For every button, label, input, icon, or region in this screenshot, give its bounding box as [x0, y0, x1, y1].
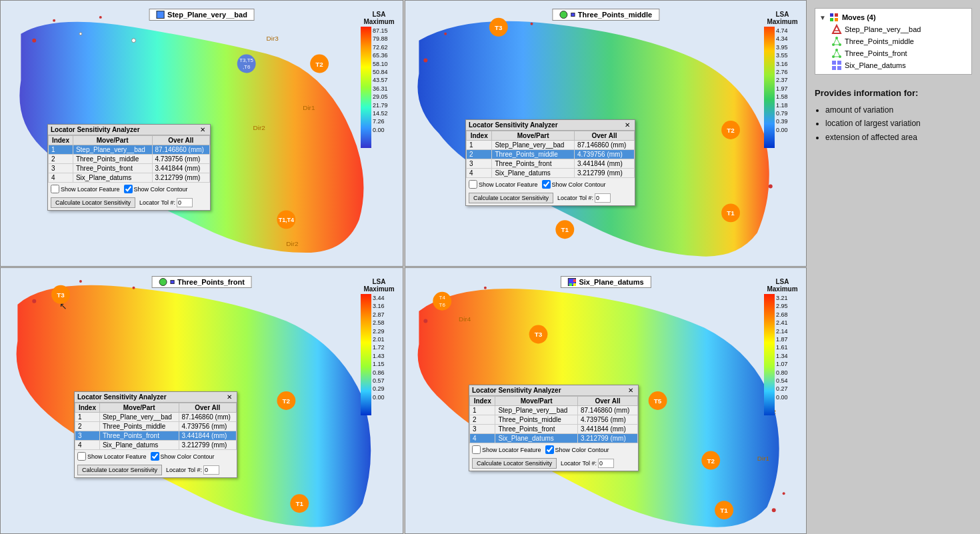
lsa-row-4-3: 3Three_Points_front3.441844 (mm) [470, 425, 638, 434]
svg-rect-78 [832, 61, 836, 65]
svg-point-29 [769, 185, 773, 189]
svg-rect-61 [573, 279, 575, 282]
tree-item-label-3front: Three_Points_front [845, 49, 907, 57]
lsa-row-2-4: 4Six_Plane_datums3.212799 (mm) [467, 169, 635, 178]
svg-point-40 [133, 287, 135, 289]
lsa-calc-btn-2[interactable]: Calculate Locator Sensitivity [469, 193, 553, 203]
lsa-row-2-3: 3Three_Points_front3.441844 (mm) [467, 159, 635, 169]
lsa-show-locator-cb-2[interactable] [469, 180, 477, 189]
lsa-controls2-3: Calculate Locator Sensitivity Locator To… [75, 463, 237, 477]
svg-point-13 [53, 19, 55, 22]
lsa-titlebar-1: Locator Sensitivity Analyzer ✕ [48, 125, 210, 135]
move-label-icon-1 [156, 11, 164, 19]
svg-text:T5: T5 [654, 397, 662, 405]
svg-text:T1: T1 [720, 507, 728, 514]
moves-icon [829, 12, 839, 23]
tree-container: ▼ Moves (4) Step_Plane_very__bad [815, 8, 972, 75]
lsa-row-1-4: 4Six_Plane_datums3.212799 (mm) [49, 173, 210, 183]
color-bar-1 [361, 27, 371, 148]
lsa-show-locator-label-1[interactable]: Show Locator Feature [51, 185, 120, 193]
lsa-h-move-2: Move/Part [492, 131, 575, 141]
svg-text:T3,T5: T3,T5 [239, 57, 253, 63]
tree-item-label-step: Step_Plane_very__bad [845, 25, 921, 33]
tree-item-three-middle[interactable]: Three_Points_middle [818, 35, 969, 47]
lsa-calc-btn-1[interactable]: Calculate Locator Sensitivity [51, 197, 135, 208]
svg-rect-81 [837, 66, 841, 70]
color-labels-2: 4.744.343.953.55 3.162.762.371.97 1.581.… [776, 27, 788, 134]
svg-text:Dir3: Dir3 [267, 35, 279, 42]
lsa-show-color-cb-3[interactable] [151, 452, 159, 461]
lsa-table-1: Index Move/Part Over All 1Step_Plane_ver… [48, 135, 210, 183]
lsa-titlebar-3: Locator Sensitivity Analyzer ✕ [75, 392, 237, 403]
color-bar-3 [361, 294, 371, 415]
lsa-calc-btn-3[interactable]: Calculate Locator Sensitivity [77, 465, 162, 475]
lsa-close-4[interactable]: ✕ [626, 387, 635, 394]
svg-rect-67 [835, 18, 838, 21]
svg-marker-68 [833, 25, 841, 33]
step-plane-icon [831, 24, 842, 35]
color-scale-title-4: LSA Maximum [764, 278, 801, 293]
lsa-tol-input-2[interactable] [595, 193, 611, 203]
lsa-header-move-1: Move/Part [73, 136, 152, 145]
svg-point-38 [32, 299, 36, 303]
lsa-h-move-3: Move/Part [99, 403, 179, 413]
svg-text:Dir1: Dir1 [303, 104, 315, 111]
move-label-text-3: Three_Points_front [177, 278, 245, 286]
lsa-show-locator-label-2[interactable]: Show Locator Feature [469, 180, 538, 189]
svg-point-16 [79, 33, 82, 35]
lsa-show-locator-cb-1[interactable] [51, 185, 59, 193]
svg-text:T1: T1 [295, 500, 303, 507]
svg-text:Dir1: Dir1 [757, 455, 770, 462]
lsa-tol-input-4[interactable] [598, 459, 614, 468]
move-label-icon-3 [159, 278, 167, 286]
svg-text:T3: T3 [495, 24, 503, 31]
svg-point-27 [444, 33, 447, 35]
lsa-controls2-4: Calculate Locator Sensitivity Locator To… [469, 456, 638, 471]
lsa-show-color-cb-2[interactable] [542, 180, 551, 189]
svg-text:T3: T3 [57, 291, 65, 299]
tree-item-step-plane[interactable]: Step_Plane_very__bad [818, 23, 969, 35]
svg-rect-60 [569, 279, 571, 282]
lsa-row-4-2: 2Three_Points_middle4.739756 (mm) [470, 415, 638, 425]
lsa-show-color-cb-4[interactable] [545, 445, 554, 454]
svg-text:T2: T2 [727, 127, 735, 134]
tree-item-three-front[interactable]: Three_Points_front [818, 47, 969, 59]
color-scale-4: LSA Maximum 3.212.952.682.41 2.141.871.6… [764, 278, 801, 415]
lsa-dialog-2: Locator Sensitivity Analyzer ✕ Index Mov… [465, 119, 635, 206]
svg-text:↖: ↖ [59, 301, 67, 311]
svg-point-15 [132, 39, 136, 43]
color-labels-4: 3.212.952.682.41 2.141.871.611.34 1.070.… [776, 294, 788, 401]
lsa-header-index-1: Index [49, 136, 73, 145]
lsa-calc-btn-4[interactable]: Calculate Locator Sensitivity [472, 458, 557, 469]
svg-text:T4: T4 [439, 295, 446, 301]
color-labels-1: 87.1579.8872.6265.36 58.1050.8443.5736.3… [373, 27, 388, 134]
move-label-icon-3b [170, 280, 174, 284]
lsa-show-color-cb-1[interactable] [124, 185, 133, 193]
lsa-show-color-label-3[interactable]: Show Color Contour [151, 452, 215, 461]
lsa-close-2[interactable]: ✕ [623, 121, 632, 129]
lsa-show-color-label-4[interactable]: Show Color Contour [545, 445, 609, 454]
lsa-show-locator-label-4[interactable]: Show Locator Feature [472, 445, 541, 454]
info-section: Provides information for: amount of vari… [815, 88, 972, 144]
quadrant-1: T2 T3,T5 ,T6 T1,T4 Dir3 Dir1 Dir2 Dir2 S… [0, 0, 403, 267]
quadrant-2: T2 T1 T3 T1 Three_Points_middle LSA Maxi… [405, 0, 807, 267]
lsa-tol-input-3[interactable] [203, 465, 219, 475]
lsa-row-3-2: 2Three_Points_middle4.739756 (mm) [75, 422, 237, 431]
lsa-close-3[interactable]: ✕ [225, 393, 234, 401]
lsa-close-1[interactable]: ✕ [198, 126, 207, 133]
lsa-show-locator-cb-4[interactable] [472, 445, 481, 454]
color-scale-2: LSA Maximum 4.744.343.953.55 3.162.762.3… [764, 11, 801, 148]
info-item-3: extension of affected area [825, 131, 972, 144]
tree-root[interactable]: ▼ Moves (4) [818, 11, 969, 23]
svg-text:T6: T6 [439, 302, 446, 308]
lsa-titlebar-4: Locator Sensitivity Analyzer ✕ [469, 385, 638, 396]
tree-item-six-plane[interactable]: Six_Plane_datums [818, 59, 969, 71]
lsa-show-locator-label-3[interactable]: Show Locator Feature [77, 452, 147, 461]
tree-root-label: Moves (4) [842, 13, 876, 21]
move-label-2: Three_Points_middle [552, 9, 659, 21]
lsa-show-color-label-2[interactable]: Show Color Contour [542, 180, 606, 189]
lsa-show-locator-cb-3[interactable] [77, 452, 86, 461]
lsa-show-color-label-1[interactable]: Show Color Contour [124, 185, 188, 193]
lsa-tol-input-1[interactable] [177, 198, 193, 207]
move-label-text-1: Step_Plane_very__bad [167, 11, 247, 19]
